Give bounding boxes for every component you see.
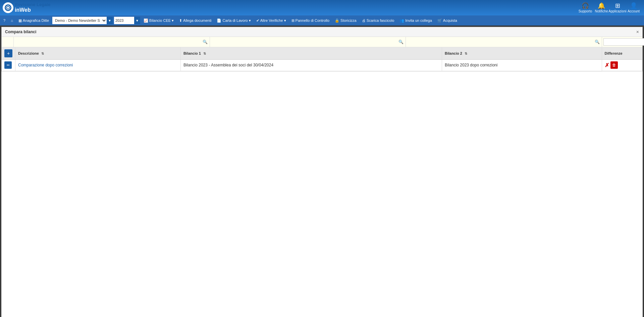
altre-label: Altre Verifiche	[260, 18, 283, 22]
altre-verifiche-button[interactable]: ✔ Altre Verifiche ▾	[254, 16, 288, 25]
acquista-label: Acquista	[443, 18, 457, 22]
year-dropdown-button[interactable]: ▼	[134, 17, 140, 24]
filter-differenze-input[interactable]	[603, 38, 644, 46]
sort-bilancio2-icon[interactable]: ⇅	[465, 52, 467, 55]
allega-icon: ⬆	[179, 18, 182, 23]
header-differenze: Differenze	[602, 47, 642, 60]
account-button[interactable]: 👤 Account	[626, 0, 641, 15]
table-body: ✏Comparazione dopo correzioniBilancio 20…	[2, 60, 642, 71]
dialog-header: Compara bilanci ×	[2, 27, 642, 37]
filter-row: 🔍 🔍 🔍 ▼	[2, 37, 642, 47]
altre-icon: ✔	[256, 18, 259, 23]
pannello-label: Pannello di Controllo	[296, 18, 330, 22]
scarica-icon: 🖨	[362, 18, 366, 22]
storicizza-icon: 🔒	[335, 18, 339, 23]
row-differenze: ✗🗑	[602, 60, 642, 71]
delete-row-button[interactable]: 🗑	[610, 61, 618, 69]
supporto-icon: 🎧	[582, 3, 589, 9]
acquista-button[interactable]: 🛒 Acquista	[435, 16, 459, 25]
sort-bilancio1-icon[interactable]: ⇅	[203, 52, 206, 55]
carta-label: Carta di Lavoro	[222, 18, 248, 22]
sort-descrizione-icon[interactable]: ⇅	[41, 52, 44, 55]
carta-icon: 📄	[217, 18, 221, 23]
logo-icon	[3, 2, 13, 13]
filter-bilancio2-search-icon: 🔍	[595, 40, 600, 44]
year-input[interactable]	[114, 17, 134, 24]
allega-documenti-button[interactable]: ⬆ Allega documenti	[177, 16, 213, 25]
anagrafica-button[interactable]: ▦ Anagrafica Ditte	[16, 16, 51, 25]
filter-descrizione-input[interactable]	[15, 40, 208, 44]
edit-row-button[interactable]: ✏	[4, 61, 12, 69]
filter-bilancio1-search-icon: 🔍	[398, 40, 404, 44]
applicazioni-button[interactable]: ⊞ Applicazioni	[610, 0, 625, 15]
dialog-close-button[interactable]: ×	[636, 29, 639, 35]
add-row-button[interactable]: +	[4, 49, 12, 57]
home-icon: ⌂	[11, 18, 13, 22]
help-icon: ?	[3, 18, 5, 22]
logo-text: Revisione Legale inWeb	[15, 2, 50, 13]
filter-bilancio1-input[interactable]	[211, 40, 405, 44]
applicazioni-label: Applicazioni	[608, 9, 626, 13]
row-descrizione: Comparazione dopo correzioni	[15, 60, 181, 71]
bilancio-cee-label: Bilancio CEE	[149, 18, 171, 22]
notifiche-button[interactable]: 🔔 Notifiche	[594, 0, 609, 15]
storicizza-button[interactable]: 🔒 Storicizza	[333, 16, 359, 25]
logo-subtitle: Revisione Legale	[15, 2, 50, 7]
header-bilancio1: Bilancio 1 ⇅	[180, 47, 442, 60]
dialog-title: Compara bilanci	[5, 30, 36, 34]
diff-x-icon[interactable]: ✗	[605, 62, 609, 68]
supporto-label: Supporto	[579, 9, 592, 13]
company-selector: Demo - Demo Newsletter S ▼	[52, 17, 113, 24]
filter-bilancio2-input[interactable]	[407, 40, 600, 44]
row-bilancio1: Bilancio 2023 - Assemblea dei soci del 3…	[180, 60, 442, 71]
descrizione-link[interactable]: Comparazione dopo correzioni	[18, 63, 73, 67]
filter-descrizione-cell: 🔍	[14, 37, 210, 47]
account-label: Account	[628, 9, 640, 13]
allega-label: Allega documenti	[183, 18, 211, 22]
company-dropdown-button[interactable]: ▼	[107, 17, 113, 24]
compara-bilanci-dialog: Compara bilanci × 🔍 🔍 🔍 ▼	[1, 27, 643, 71]
invita-button[interactable]: 👥 Invita un collega	[397, 16, 434, 25]
table-row: ✏Comparazione dopo correzioniBilancio 20…	[2, 60, 642, 71]
applicazioni-icon: ⊞	[615, 3, 620, 9]
pannello-button[interactable]: ⊞ Pannello di Controllo	[289, 16, 332, 25]
year-selector: ▼	[114, 17, 140, 24]
bilancio-cee-arrow: ▾	[172, 18, 174, 23]
altre-arrow: ▾	[284, 18, 286, 23]
main-content: Compara bilanci × 🔍 🔍 🔍 ▼	[1, 27, 643, 317]
bilancio-cee-icon: 📈	[144, 18, 148, 23]
bilanci-table: + Descrizione ⇅ Bilancio 1 ⇅ Bilancio 2 …	[2, 47, 642, 71]
invita-icon: 👥	[399, 18, 404, 23]
bilancio-cee-button[interactable]: 📈 Bilancio CEE ▾	[142, 16, 176, 25]
filter-descrizione-search-icon: 🔍	[203, 40, 208, 44]
anagrafica-label: Anagrafica Ditte	[23, 18, 49, 22]
header-bilancio2: Bilancio 2 ⇅	[442, 47, 602, 60]
carta-lavoro-button[interactable]: 📄 Carta di Lavoro ▾	[215, 16, 253, 25]
header-action-col: +	[2, 47, 15, 60]
filter-bilancio1-cell: 🔍	[210, 37, 406, 47]
home-button[interactable]: ⌂	[9, 16, 15, 25]
storicizza-label: Storicizza	[340, 18, 357, 22]
carta-arrow: ▾	[249, 18, 251, 23]
anagrafica-icon: ▦	[18, 18, 22, 23]
logo: Revisione Legale inWeb	[3, 2, 50, 13]
top-right-nav: 🎧 Supporto 🔔 Notifiche ⊞ Applicazioni 👤 …	[578, 0, 641, 15]
top-navigation: Revisione Legale inWeb 🎧 Supporto 🔔 Noti…	[0, 0, 644, 15]
notifiche-label: Notifiche	[595, 9, 608, 13]
second-navigation: ? ⌂ ▦ Anagrafica Ditte Demo - Demo Newsl…	[0, 15, 644, 25]
company-select[interactable]: Demo - Demo Newsletter S	[52, 17, 107, 24]
header-descrizione: Descrizione ⇅	[15, 47, 181, 60]
row-edit-cell: ✏	[2, 60, 15, 71]
account-icon: 👤	[630, 3, 637, 9]
help-button[interactable]: ?	[1, 16, 7, 25]
supporto-button[interactable]: 🎧 Supporto	[578, 0, 593, 15]
scarica-button[interactable]: 🖨 Scarica fascicolo	[360, 16, 396, 25]
invita-label: Invita un collega	[405, 18, 432, 22]
notifiche-icon: 🔔	[598, 3, 605, 9]
scarica-label: Scarica fascicolo	[367, 18, 394, 22]
row-bilancio2: Bilancio 2023 dopo correzioni	[442, 60, 602, 71]
filter-differenze-cell: ▼	[602, 37, 642, 47]
acquista-icon: 🛒	[437, 18, 442, 23]
filter-action-col	[2, 37, 14, 47]
filter-bilancio2-cell: 🔍	[406, 37, 602, 47]
